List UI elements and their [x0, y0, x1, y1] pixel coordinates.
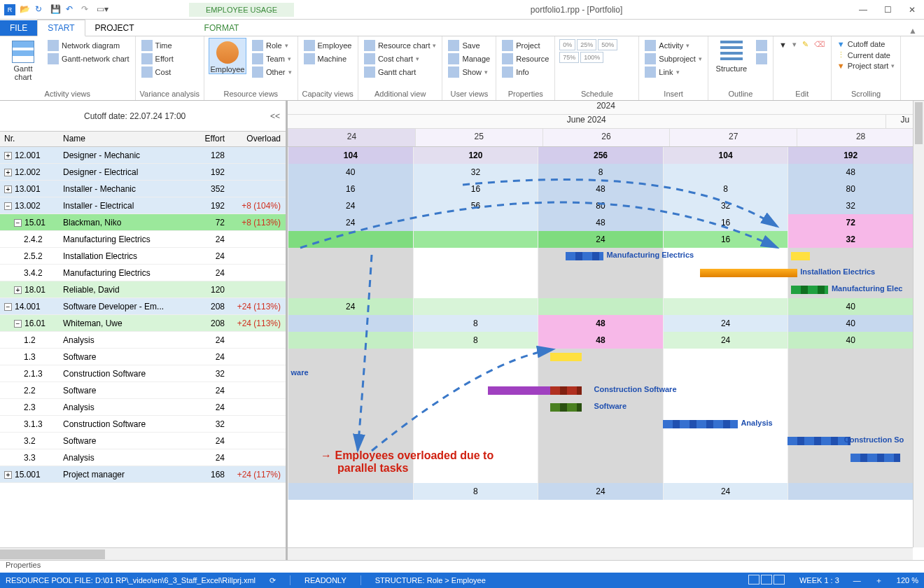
minimize-button[interactable]: — — [859, 5, 867, 15]
timeline-row[interactable]: 2456803232 — [288, 197, 913, 214]
redo-icon[interactable]: ↷ — [81, 4, 92, 15]
schedule-50[interactable]: 50% — [598, 39, 617, 50]
timeline-row[interactable]: Manufacturing Elec — [288, 281, 913, 298]
timeline-row[interactable]: Construction Software — [288, 382, 913, 399]
resource-props-button[interactable]: Resource — [500, 52, 550, 65]
role-button[interactable]: Role — [251, 39, 293, 52]
gantt-bar[interactable] — [700, 269, 797, 277]
resource-chart-button[interactable]: Resource chart — [363, 39, 438, 52]
timeline-row[interactable]: 4032848 — [288, 164, 913, 181]
gantt-bar[interactable] — [788, 437, 850, 445]
grid-row[interactable]: +18.01Reliable, David120 — [0, 281, 286, 298]
employee-view-button[interactable]: Employee — [209, 38, 246, 74]
ribbon-collapse-icon[interactable]: ▲ — [909, 26, 924, 36]
week-header[interactable]: 25 — [415, 129, 542, 146]
gantt-bar[interactable] — [663, 420, 738, 428]
save-view-button[interactable]: Save — [447, 39, 491, 52]
timeline-row[interactable] — [288, 449, 913, 466]
grid-row[interactable]: +12.001Designer - Mechanic128 — [0, 147, 286, 164]
eraser-icon[interactable]: ⌫ — [813, 39, 827, 50]
project-start-button[interactable]: ▼ Project start — [836, 61, 897, 71]
cost-button[interactable]: Cost — [140, 66, 175, 78]
refresh-icon[interactable]: ↻ — [35, 4, 46, 15]
tab-start[interactable]: START — [37, 20, 85, 36]
grid-row[interactable]: 2.1.3Construction Software32 — [0, 365, 286, 382]
grid-row[interactable]: 1.3Software24 — [0, 349, 286, 365]
timeline-vscroll[interactable] — [913, 101, 924, 547]
grid-row[interactable]: 3.1.3Construction Software32 — [0, 416, 286, 433]
undo-icon[interactable]: ↶ — [66, 4, 77, 15]
effort-button[interactable]: Effort — [140, 52, 175, 65]
gantt-bar[interactable] — [791, 252, 810, 260]
week-header[interactable]: 26 — [542, 129, 670, 146]
timeline-row[interactable]: 8482440 — [288, 315, 913, 332]
network-diagram-button[interactable]: Network diagram — [46, 39, 131, 52]
grid-row[interactable]: +12.002Designer - Electrical192 — [0, 164, 286, 181]
zoom-out-button[interactable]: — — [853, 576, 861, 584]
properties-panel-header[interactable]: Properties — [0, 560, 924, 573]
schedule-75[interactable]: 75% — [559, 52, 579, 63]
time-button[interactable]: Time — [140, 39, 175, 52]
gantt-bar[interactable] — [850, 454, 900, 462]
outline-expand-icon[interactable] — [755, 39, 769, 52]
cap-employee-button[interactable]: Employee — [302, 39, 354, 52]
grid-row[interactable]: 2.4.2Manufacturing Electrics24 — [0, 231, 286, 248]
highlight-icon[interactable]: ✎ — [801, 39, 810, 50]
qat-more-icon[interactable]: ▭▾ — [97, 4, 108, 15]
gantt-bar[interactable] — [550, 386, 582, 395]
status-view-icons[interactable] — [748, 575, 785, 586]
zoom-in-button[interactable]: ＋ — [875, 575, 883, 586]
cutoff-date-button[interactable]: ▼ Cutoff date — [836, 39, 897, 49]
gantt-chart-button[interactable]: Gantt chart — [4, 38, 42, 81]
grid-row[interactable]: −16.01Whiteman, Uwe208+24 (113%) — [0, 315, 286, 332]
grid-hscroll[interactable] — [0, 547, 286, 560]
week-header[interactable]: 27 — [669, 129, 797, 146]
schedule-0[interactable]: 0% — [559, 39, 575, 50]
filter-icon[interactable]: ▼ — [778, 39, 788, 50]
gantt-bar[interactable] — [791, 286, 829, 294]
gantt-bar[interactable] — [550, 353, 582, 361]
open-icon[interactable]: 📂 — [20, 4, 31, 15]
schedule-25[interactable]: 25% — [577, 39, 596, 50]
insert-link-button[interactable]: Link — [643, 66, 704, 78]
tab-project[interactable]: PROJECT — [85, 20, 144, 36]
grid-row[interactable]: 3.4.2Manufacturing Electrics24 — [0, 265, 286, 281]
insert-subproject-button[interactable]: Subproject — [643, 52, 704, 65]
timeline-row[interactable]: Installation Electrics — [288, 265, 913, 281]
gantt-bar[interactable] — [566, 252, 603, 260]
other-button[interactable]: Other — [251, 66, 293, 78]
col-effort[interactable]: Effort — [187, 132, 229, 146]
grid-row[interactable]: −14.001Software Developer - Em...208+24 … — [0, 298, 286, 315]
timeline-row[interactable]: 241632 — [288, 231, 913, 248]
schedule-100[interactable]: 100% — [580, 52, 603, 63]
grid-row[interactable]: −13.002Installer - Electrical192+8 (104%… — [0, 197, 286, 214]
timeline-row[interactable] — [288, 466, 913, 483]
gantt-bar[interactable] — [550, 403, 582, 412]
cost-chart-button[interactable]: Cost chart — [363, 52, 438, 65]
grid-row[interactable]: 2.2Software24 — [0, 382, 286, 399]
tab-format[interactable]: FORMAT — [195, 20, 249, 36]
timeline-row[interactable]: ware — [288, 365, 913, 382]
outline-collapse-icon[interactable] — [755, 52, 769, 65]
gantt-network-button[interactable]: Gantt-network chart — [46, 52, 131, 65]
cap-machine-button[interactable]: Machine — [302, 52, 354, 65]
timeline-row[interactable]: 161648880 — [288, 181, 913, 197]
timeline-hscroll[interactable] — [288, 547, 913, 560]
gantt-chart-small-button[interactable]: Gantt chart — [363, 66, 438, 78]
timeline-row[interactable]: 24481672 — [288, 214, 913, 231]
grid-row[interactable]: 2.5.2Installation Electrics24 — [0, 248, 286, 265]
timeline-row[interactable]: 82424 — [288, 483, 913, 500]
col-name[interactable]: Name — [59, 132, 187, 146]
save-icon[interactable]: 💾 — [50, 4, 62, 15]
project-props-button[interactable]: Project — [500, 39, 550, 52]
close-button[interactable]: ✕ — [909, 5, 916, 15]
insert-activity-button[interactable]: Activity — [643, 39, 704, 52]
timeline-row[interactable] — [288, 349, 913, 365]
status-refresh-icon[interactable]: ⟳ — [270, 576, 276, 585]
team-button[interactable]: Team — [251, 52, 293, 65]
structure-button[interactable]: Structure — [713, 38, 750, 73]
grid-row[interactable]: 3.3Analysis24 — [0, 449, 286, 466]
collapse-grid-button[interactable]: << — [265, 111, 286, 121]
timeline-row[interactable]: 8482440 — [288, 332, 913, 349]
grid-row[interactable]: −15.01Blackman, Niko72+8 (113%) — [0, 214, 286, 231]
